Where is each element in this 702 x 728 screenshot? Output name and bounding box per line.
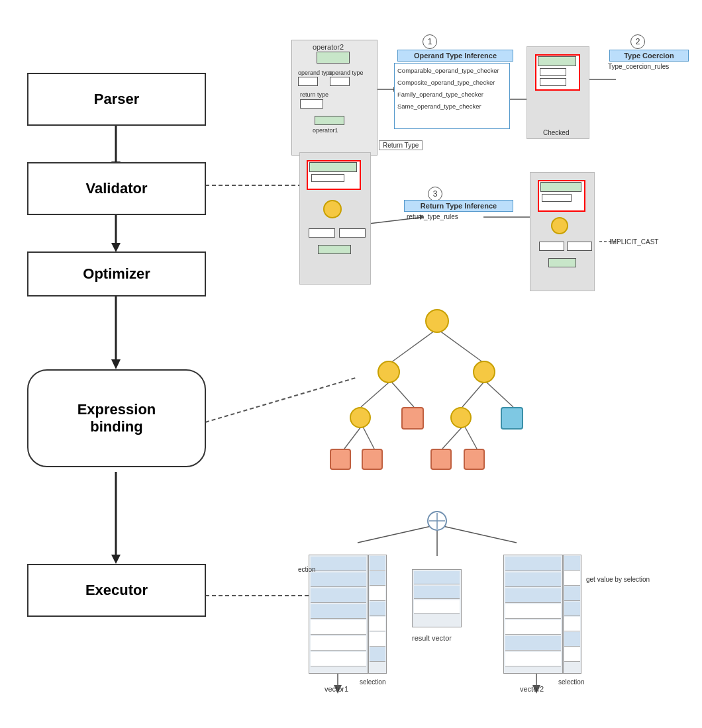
checked-label: Checked <box>543 129 569 136</box>
checker1: Comparable_operand_type_checker <box>397 67 512 74</box>
tree-l3-sq2 <box>362 449 383 470</box>
svg-line-24 <box>437 329 483 363</box>
return-type-output-bot1 <box>539 242 564 251</box>
svg-marker-7 <box>111 555 121 564</box>
return-type-output-green <box>540 182 581 192</box>
operator2-green-box <box>317 52 350 64</box>
expression-binding-label: Expression binding <box>77 401 156 436</box>
vector2-label: vector2 <box>520 685 544 693</box>
checkers-box: Comparable_operand_type_checker Composit… <box>394 63 510 129</box>
return-type-box-op2 <box>300 99 323 109</box>
return-type-output-white <box>542 194 572 202</box>
get-value-label: get value by selection <box>586 576 650 583</box>
svg-line-31 <box>442 427 462 449</box>
checker3: Family_operand_type_checker <box>397 91 512 98</box>
vector1-selection-block <box>368 555 387 674</box>
tree-root <box>425 309 449 333</box>
expression-binding-box: Expression binding <box>27 369 206 467</box>
vector2-block <box>503 555 563 674</box>
svg-line-32 <box>465 427 477 449</box>
executor-box: Executor <box>27 564 206 617</box>
validator-detail-green-top <box>309 162 357 172</box>
vector2-selection-block <box>563 555 581 674</box>
validator-detail-circle <box>323 200 342 218</box>
svg-line-25 <box>361 383 389 407</box>
num-circle-3: 3 <box>428 187 442 201</box>
type-coercion-rules-label: Type_coercion_rules <box>608 63 669 70</box>
return-type-output-circle <box>551 217 568 234</box>
svg-line-28 <box>487 383 513 407</box>
num2-text: 2 <box>636 37 640 46</box>
num-circle-1: 1 <box>423 34 437 49</box>
type-checker-white-mid <box>540 68 566 76</box>
operator1-label: operator1 <box>313 127 338 134</box>
tree-l1-right <box>473 361 495 383</box>
tree-l2-right-circle <box>450 407 472 428</box>
tree-l1-left <box>377 361 400 383</box>
optimizer-box: Optimizer <box>27 251 206 296</box>
vector1-block <box>309 555 368 674</box>
validator-label: Validator <box>86 180 148 197</box>
vector1-label: vector1 <box>325 685 348 693</box>
return-type-text: Return Type <box>383 142 419 149</box>
return-type-box-label: Return Type <box>379 140 423 150</box>
operand-type-right-label: operand type <box>328 69 364 76</box>
return-type-output-green-bot <box>548 258 576 267</box>
svg-line-29 <box>344 427 361 449</box>
checker4: Same_operand_type_checker <box>397 103 512 110</box>
selection-label2: selection <box>558 678 584 686</box>
validator-detail-white-mid <box>311 174 344 182</box>
type-checker-white-bot <box>540 78 566 86</box>
return-type-rules-label: return_type_rules <box>407 213 458 220</box>
svg-line-35 <box>437 525 517 543</box>
svg-line-26 <box>392 383 414 407</box>
type-checker-green-top <box>538 56 576 66</box>
operand-type-left-box <box>298 77 318 86</box>
svg-marker-5 <box>111 359 121 369</box>
tree-l2-left <box>350 407 371 428</box>
parser-label: Parser <box>94 91 140 108</box>
tree-l2-mid-square <box>401 407 424 430</box>
executor-join-circle <box>427 511 447 531</box>
result-vector-block <box>412 569 462 627</box>
parser-box: Parser <box>27 73 206 126</box>
optimizer-label: Optimizer <box>83 265 150 283</box>
operand-type-inference-label: Operand Type Inference <box>397 50 513 62</box>
tree-l3-sq4 <box>464 449 485 470</box>
return-type-label-op2: return type <box>300 91 328 98</box>
executor-label: Executor <box>85 582 148 599</box>
tree-l3-sq3 <box>430 449 452 470</box>
num3-text: 3 <box>433 189 438 199</box>
validator-box: Validator <box>27 162 206 215</box>
svg-line-27 <box>462 383 483 407</box>
result-vector-label: result vector <box>412 634 452 642</box>
svg-marker-3 <box>111 243 121 252</box>
operand-type-left-label: operand type <box>298 69 333 76</box>
validator-detail-bottom2 <box>339 228 366 238</box>
tree-l2-blue-square <box>501 407 523 430</box>
return-type-output-bot2 <box>567 242 592 251</box>
operand-type-right-box <box>330 77 350 86</box>
num-circle-2: 2 <box>630 34 645 49</box>
checker2: Composite_operand_type_checker <box>397 79 512 86</box>
ection-label: ection <box>298 566 316 573</box>
num1-text: 1 <box>428 37 432 46</box>
svg-line-33 <box>358 525 437 543</box>
validator-detail-bottom1 <box>309 228 335 238</box>
svg-line-30 <box>363 427 374 449</box>
svg-line-9 <box>205 377 358 422</box>
validator-detail-green-bot <box>318 245 351 254</box>
type-coercion-label: Type Coercion <box>609 50 689 62</box>
return-type-inference-label: Return Type Inference <box>404 200 513 212</box>
tree-l3-sq1 <box>330 449 351 470</box>
operator2-label: operator2 <box>313 43 344 51</box>
implicit-cast-label: IMPLICIT_CAST <box>609 238 658 246</box>
operator1-green-box <box>315 116 344 125</box>
svg-line-23 <box>391 329 437 363</box>
selection-label1: selection <box>360 678 385 686</box>
